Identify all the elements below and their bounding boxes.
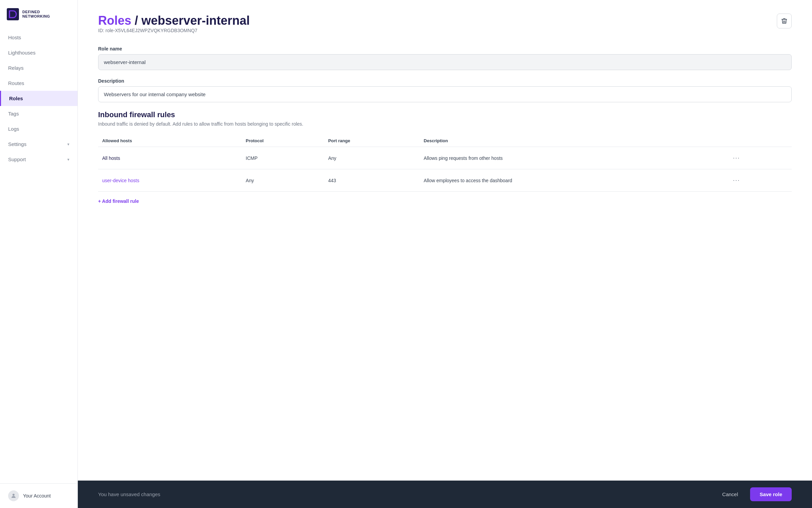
role-name-input[interactable] [98, 54, 792, 70]
settings-chevron-icon: ▾ [67, 142, 69, 147]
table-header-row: Allowed hosts Protocol Port range Descri… [98, 135, 792, 147]
sidebar-item-settings[interactable]: Settings ▾ [0, 136, 77, 152]
col-protocol: Protocol [242, 135, 324, 147]
firewall-section: Inbound firewall rules Inbound traffic i… [98, 110, 792, 204]
col-actions [726, 135, 792, 147]
description-input[interactable] [98, 86, 792, 102]
trash-icon [781, 18, 788, 24]
sidebar-item-logs[interactable]: Logs [0, 121, 77, 136]
col-port-range: Port range [324, 135, 420, 147]
row1-description: Allows ping requests from other hosts [420, 147, 726, 169]
row2-port-range: 443 [324, 169, 420, 192]
col-allowed-hosts: Allowed hosts [98, 135, 242, 147]
sidebar-item-roles[interactable]: Roles [0, 91, 77, 106]
sidebar: DEFINED NETWORKING Hosts Lighthouses Rel… [0, 0, 78, 508]
logo-area: DEFINED NETWORKING [0, 0, 77, 30]
brand-logo-icon [7, 8, 19, 20]
sidebar-nav: Hosts Lighthouses Relays Routes Roles Ta… [0, 30, 77, 483]
row2-protocol: Any [242, 169, 324, 192]
role-name-label: Role name [98, 46, 792, 51]
brand-name: DEFINED NETWORKING [22, 10, 50, 19]
bottom-bar: You have unsaved changes Cancel Save rol… [78, 481, 812, 508]
cancel-button[interactable]: Cancel [716, 488, 745, 501]
avatar [8, 490, 19, 501]
breadcrumb-separator: / [131, 14, 141, 27]
row2-allowed-hosts: user-device hosts [98, 169, 242, 192]
unsaved-changes-text: You have unsaved changes [98, 491, 160, 497]
svg-rect-0 [7, 8, 19, 20]
row1-port-range: Any [324, 147, 420, 169]
table-body: All hosts ICMP Any Allows ping requests … [98, 147, 792, 192]
main-content: Roles / webserver-internal ID: role-X5VL… [78, 0, 812, 508]
role-name-field-group: Role name [98, 46, 792, 70]
account-footer[interactable]: Your Account [0, 483, 77, 508]
svg-point-1 [13, 494, 15, 496]
support-chevron-icon: ▾ [67, 157, 69, 162]
row2-description: Allow employees to access the dashboard [420, 169, 726, 192]
sidebar-item-tags[interactable]: Tags [0, 106, 77, 121]
sidebar-item-lighthouses[interactable]: Lighthouses [0, 45, 77, 60]
row1-actions: ··· [726, 147, 792, 169]
col-description: Description [420, 135, 726, 147]
row1-protocol: ICMP [242, 147, 324, 169]
sidebar-item-routes[interactable]: Routes [0, 76, 77, 91]
row2-actions: ··· [726, 169, 792, 192]
table-row: user-device hosts Any 443 Allow employee… [98, 169, 792, 192]
add-firewall-rule-button[interactable]: + Add firewall rule [98, 198, 139, 204]
page-header: Roles / webserver-internal ID: role-X5VL… [98, 14, 792, 44]
row1-more-button[interactable]: ··· [730, 153, 743, 163]
firewall-rules-table: Allowed hosts Protocol Port range Descri… [98, 135, 792, 192]
account-label: Your Account [23, 493, 51, 499]
delete-button[interactable] [777, 14, 792, 28]
sidebar-item-support[interactable]: Support ▾ [0, 152, 77, 167]
breadcrumb-roles[interactable]: Roles [98, 14, 131, 27]
sidebar-item-relays[interactable]: Relays [0, 60, 77, 76]
firewall-section-desc: Inbound traffic is denied by default. Ad… [98, 121, 792, 127]
bar-actions: Cancel Save role [716, 487, 792, 501]
page-id: ID: role-X5VL64EJ2WPZVQKYRGDB3OMNQ7 [98, 28, 250, 33]
row2-more-button[interactable]: ··· [730, 175, 743, 185]
row1-allowed-hosts: All hosts [98, 147, 242, 169]
sidebar-item-hosts[interactable]: Hosts [0, 30, 77, 45]
table-row: All hosts ICMP Any Allows ping requests … [98, 147, 792, 169]
description-field-group: Description [98, 78, 792, 102]
firewall-section-title: Inbound firewall rules [98, 110, 792, 119]
page-title-suffix: webserver-internal [141, 14, 250, 27]
description-label: Description [98, 78, 792, 84]
page-title: Roles / webserver-internal ID: role-X5VL… [98, 14, 250, 44]
save-role-button[interactable]: Save role [750, 487, 792, 501]
